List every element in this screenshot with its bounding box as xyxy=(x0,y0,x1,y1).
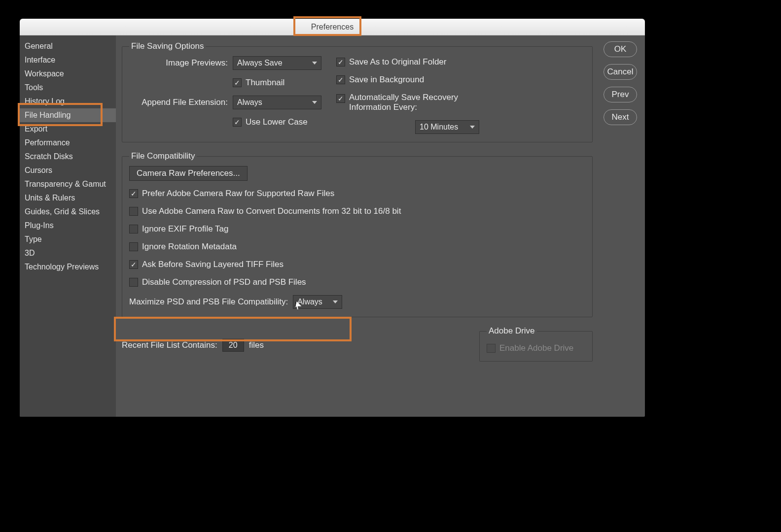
check-icon xyxy=(233,118,242,127)
checkbox-enable-adobe-drive: Enable Adobe Drive xyxy=(487,343,573,353)
group-file-saving: File Saving Options Image Previews: Alwa… xyxy=(122,41,593,142)
checkbox-use-acr-32bit[interactable]: Use Adobe Camera Raw to Convert Document… xyxy=(129,206,585,216)
label-recent-files-suffix: files xyxy=(249,340,264,350)
sidebar-item-tools[interactable]: Tools xyxy=(20,81,116,95)
sidebar-item-3d[interactable]: 3D xyxy=(20,246,116,260)
sidebar-item-plugins[interactable]: Plug-Ins xyxy=(20,219,116,233)
select-auto-save-interval[interactable]: 10 Minutes xyxy=(415,120,479,134)
sidebar-item-guides-grid[interactable]: Guides, Grid & Slices xyxy=(20,205,116,219)
legend-file-saving: File Saving Options xyxy=(129,41,206,51)
check-icon xyxy=(336,94,345,103)
sidebar-item-units-rulers[interactable]: Units & Rulers xyxy=(20,191,116,205)
label-save-as-original: Save As to Original Folder xyxy=(349,57,446,67)
label-prefer-acr: Prefer Adobe Camera Raw for Supported Ra… xyxy=(142,189,334,199)
sidebar-item-tech-previews[interactable]: Technology Previews xyxy=(20,260,116,274)
group-adobe-drive: Adobe Drive Enable Adobe Drive xyxy=(479,326,593,362)
check-icon xyxy=(336,58,345,66)
sidebar: General Interface Workspace Tools Histor… xyxy=(20,35,116,417)
camera-raw-prefs-button[interactable]: Camera Raw Preferences... xyxy=(129,166,248,181)
sidebar-item-workspace[interactable]: Workspace xyxy=(20,67,116,81)
check-icon xyxy=(129,207,138,216)
sidebar-item-performance[interactable]: Performance xyxy=(20,136,116,150)
main-panel: File Saving Options Image Previews: Alwa… xyxy=(116,35,596,417)
checkbox-save-background[interactable]: Save in Background xyxy=(336,75,585,85)
label-ignore-exif: Ignore EXIF Profile Tag xyxy=(142,224,228,234)
label-maximize-compat: Maximize PSD and PSB File Compatibility: xyxy=(129,297,288,307)
window-title: Preferences xyxy=(311,23,354,31)
checkbox-thumbnail[interactable]: Thumbnail xyxy=(233,78,284,88)
check-icon xyxy=(129,278,138,287)
sidebar-item-interface[interactable]: Interface xyxy=(20,53,116,67)
select-maximize-compat[interactable]: Always xyxy=(293,295,342,309)
label-ignore-rotation: Ignore Rotation Metadata xyxy=(142,242,237,252)
check-icon xyxy=(487,344,496,353)
select-image-previews[interactable]: Always Save xyxy=(233,56,321,70)
label-recent-files: Recent File List Contains: xyxy=(122,340,217,350)
titlebar: Preferences xyxy=(20,19,645,35)
sidebar-item-general[interactable]: General xyxy=(20,39,116,53)
label-save-background: Save in Background xyxy=(349,75,424,85)
check-icon xyxy=(129,260,138,269)
sidebar-item-scratch-disks[interactable]: Scratch Disks xyxy=(20,150,116,164)
label-ask-tiff: Ask Before Saving Layered TIFF Files xyxy=(142,260,284,269)
next-button[interactable]: Next xyxy=(604,109,637,125)
checkbox-auto-save[interactable]: Automatically Save Recovery Information … xyxy=(336,93,585,112)
checkbox-ask-tiff[interactable]: Ask Before Saving Layered TIFF Files xyxy=(129,260,585,269)
checkbox-ignore-exif[interactable]: Ignore EXIF Profile Tag xyxy=(129,224,585,234)
label-use-lower-case: Use Lower Case xyxy=(246,117,308,127)
group-file-compatibility: File Compatibility Camera Raw Preference… xyxy=(122,151,593,317)
checkbox-disable-compression[interactable]: Disable Compression of PSD and PSB Files xyxy=(129,277,585,287)
cancel-button[interactable]: Cancel xyxy=(604,64,637,80)
checkbox-use-lower-case[interactable]: Use Lower Case xyxy=(233,117,308,127)
input-recent-files-count[interactable] xyxy=(222,339,244,352)
prev-button[interactable]: Prev xyxy=(604,87,637,102)
label-use-acr-32bit: Use Adobe Camera Raw to Convert Document… xyxy=(142,206,401,216)
label-append-ext: Append File Extension: xyxy=(129,98,228,107)
label-disable-compression: Disable Compression of PSD and PSB Files xyxy=(142,277,306,287)
preferences-window: Preferences General Interface Workspace … xyxy=(20,19,645,417)
check-icon xyxy=(129,189,138,198)
label-thumbnail: Thumbnail xyxy=(246,78,284,88)
checkbox-save-as-original[interactable]: Save As to Original Folder xyxy=(336,57,585,67)
action-buttons: OK Cancel Prev Next xyxy=(596,35,645,417)
sidebar-item-export[interactable]: Export xyxy=(20,122,116,136)
label-auto-save: Automatically Save Recovery Information … xyxy=(349,93,477,112)
label-enable-adobe-drive: Enable Adobe Drive xyxy=(499,343,573,353)
label-image-previews: Image Previews: xyxy=(129,58,228,68)
sidebar-item-type[interactable]: Type xyxy=(20,233,116,246)
legend-file-compatibility: File Compatibility xyxy=(129,151,197,161)
check-icon xyxy=(233,78,242,87)
checkbox-ignore-rotation[interactable]: Ignore Rotation Metadata xyxy=(129,242,585,252)
check-icon xyxy=(129,225,138,233)
sidebar-item-file-handling[interactable]: File Handling xyxy=(20,108,116,122)
sidebar-item-transparency[interactable]: Transparency & Gamut xyxy=(20,177,116,191)
select-append-ext[interactable]: Always xyxy=(233,96,321,109)
check-icon xyxy=(129,242,138,251)
check-icon xyxy=(336,75,345,84)
sidebar-item-history-log[interactable]: History Log xyxy=(20,95,116,108)
legend-adobe-drive: Adobe Drive xyxy=(487,326,537,336)
sidebar-item-cursors[interactable]: Cursors xyxy=(20,164,116,177)
ok-button[interactable]: OK xyxy=(604,41,637,57)
checkbox-prefer-acr[interactable]: Prefer Adobe Camera Raw for Supported Ra… xyxy=(129,189,585,199)
